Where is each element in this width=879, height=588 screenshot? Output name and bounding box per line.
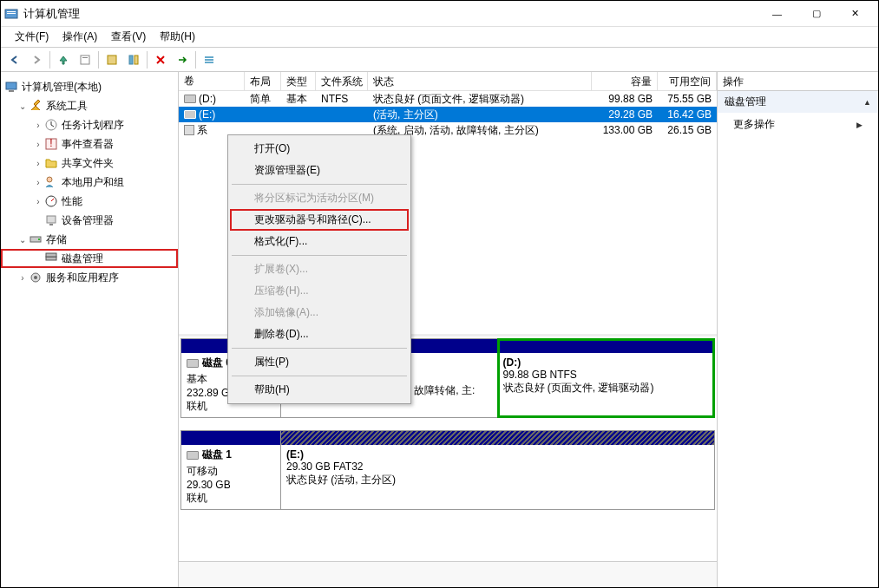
ctx-delete[interactable]: 删除卷(D)... (230, 323, 409, 345)
computer-icon (4, 80, 18, 94)
back-button[interactable] (4, 49, 25, 70)
menu-bar: 文件(F) 操作(A) 查看(V) 帮助(H) (1, 27, 878, 48)
tree-system-tools[interactable]: ⌄ 系统工具 (1, 96, 178, 115)
actions-pane: 操作 磁盘管理 ▲ 更多操作 ▶ (718, 72, 878, 587)
app-icon (4, 7, 18, 21)
device-icon (44, 213, 58, 227)
folder-icon (44, 156, 58, 170)
svg-point-25 (34, 276, 37, 279)
storage-icon (29, 232, 43, 246)
col-volume[interactable]: 卷 (179, 72, 245, 90)
expand-icon[interactable]: › (32, 159, 44, 168)
menu-view[interactable]: 查看(V) (104, 28, 153, 46)
disk-row: 磁盘 1可移动29.30 GB联机 (E:)29.30 GB FAT32状态良好… (180, 430, 715, 510)
action-more[interactable]: 更多操作 ▶ (718, 113, 878, 136)
svg-point-21 (38, 238, 40, 240)
ctx-format[interactable]: 格式化(F)... (230, 231, 409, 252)
col-layout[interactable]: 布局 (245, 72, 281, 90)
tree-disk-management[interactable]: 磁盘管理 (1, 249, 178, 268)
context-menu[interactable]: 打开(O) 资源管理器(E) 将分区标记为活动分区(M) 更改驱动器号和路径(C… (227, 134, 411, 404)
navigation-tree[interactable]: 计算机管理(本地) ⌄ 系统工具 › 任务计划程序 › ! 事件查看器 › 共享… (1, 72, 179, 587)
expand-icon[interactable]: › (32, 121, 44, 130)
view-button-2[interactable] (123, 49, 144, 70)
col-type[interactable]: 类型 (281, 72, 316, 90)
legend-bar (179, 561, 717, 587)
expand-icon[interactable]: › (32, 140, 44, 149)
minimize-button[interactable]: — (758, 1, 797, 26)
menu-help[interactable]: 帮助(H) (153, 28, 202, 46)
ctx-explorer[interactable]: 资源管理器(E) (230, 160, 409, 181)
svg-rect-3 (81, 56, 89, 64)
tree-root[interactable]: 计算机管理(本地) (1, 77, 178, 96)
properties-button[interactable] (75, 49, 95, 70)
view-button-1[interactable] (102, 49, 122, 70)
tree-services-apps[interactable]: › 服务和应用程序 (1, 268, 178, 287)
svg-rect-9 (205, 59, 213, 61)
drive-icon (184, 95, 196, 103)
svg-rect-11 (6, 82, 16, 89)
svg-point-16 (47, 177, 52, 182)
col-filesystem[interactable]: 文件系统 (316, 72, 368, 90)
ctx-extend: 扩展卷(X)... (230, 258, 409, 280)
ctx-help[interactable]: 帮助(H) (230, 379, 409, 401)
svg-rect-10 (205, 62, 213, 63)
svg-rect-8 (205, 56, 213, 58)
window-title: 计算机管理 (23, 6, 758, 22)
disk-mgmt-icon (44, 252, 58, 265)
services-icon (29, 271, 43, 284)
svg-rect-22 (46, 257, 56, 260)
ctx-properties[interactable]: 属性(P) (230, 351, 409, 373)
ctx-mark-active: 将分区标记为活动分区(M) (230, 187, 409, 209)
svg-rect-5 (108, 56, 116, 64)
tree-task-scheduler[interactable]: › 任务计划程序 (1, 115, 178, 134)
tree-performance[interactable]: › 性能 (1, 192, 178, 211)
actions-section[interactable]: 磁盘管理 ▲ (718, 91, 878, 113)
list-view-button[interactable] (199, 49, 220, 70)
ctx-open[interactable]: 打开(O) (230, 138, 409, 160)
volume-row[interactable]: (D:)简单基本NTFS状态良好 (页面文件, 逻辑驱动器)99.88 GB75… (179, 91, 717, 107)
drive-icon (184, 110, 196, 119)
svg-rect-12 (9, 90, 14, 92)
delete-button[interactable] (150, 49, 171, 70)
collapse-icon[interactable]: ⌄ (16, 101, 29, 111)
chevron-right-icon: ▶ (856, 121, 863, 129)
partition[interactable]: (E:)29.30 GB FAT32状态良好 (活动, 主分区) (281, 431, 714, 509)
volume-row[interactable]: (E:)(活动, 主分区)29.28 GB16.42 GB (179, 107, 717, 122)
tree-storage[interactable]: ⌄ 存储 (1, 230, 178, 249)
svg-rect-23 (46, 253, 56, 257)
col-capacity[interactable]: 容量 (592, 72, 658, 90)
ctx-mirror: 添加镜像(A)... (230, 302, 409, 323)
action-button[interactable] (172, 49, 193, 70)
volume-list-header: 卷 布局 类型 文件系统 状态 容量 可用空间 (179, 72, 717, 91)
svg-rect-6 (129, 56, 133, 64)
close-button[interactable]: ✕ (836, 1, 875, 26)
tree-shared-folders[interactable]: › 共享文件夹 (1, 154, 178, 173)
up-button[interactable] (53, 49, 74, 70)
disk-icon (187, 451, 199, 460)
disk-icon (187, 359, 199, 368)
menu-action[interactable]: 操作(A) (56, 28, 104, 46)
title-bar: 计算机管理 — ▢ ✕ (1, 1, 878, 27)
svg-rect-7 (134, 56, 138, 64)
disk-label[interactable]: 磁盘 1可移动29.30 GB联机 (181, 431, 281, 509)
tools-icon (29, 99, 43, 113)
svg-rect-18 (47, 216, 56, 223)
col-free[interactable]: 可用空间 (658, 72, 717, 90)
expand-icon[interactable]: › (32, 197, 44, 206)
tree-event-viewer[interactable]: › ! 事件查看器 (1, 134, 178, 154)
collapse-icon[interactable]: ▲ (863, 98, 871, 107)
partition[interactable]: (D:)99.88 GB NTFS状态良好 (页面文件, 逻辑驱动器) (498, 339, 715, 417)
expand-icon[interactable]: › (16, 273, 29, 283)
perf-icon (44, 194, 58, 208)
tree-device-manager[interactable]: 设备管理器 (1, 211, 178, 230)
ctx-change-drive-letter[interactable]: 更改驱动器号和路径(C)... (230, 209, 409, 231)
expand-icon[interactable]: › (32, 178, 44, 187)
tree-local-users[interactable]: › 本地用户和组 (1, 173, 178, 192)
collapse-icon[interactable]: ⌄ (16, 235, 29, 245)
svg-text:!: ! (49, 137, 52, 149)
forward-button[interactable] (26, 49, 47, 70)
col-status[interactable]: 状态 (368, 72, 592, 90)
menu-file[interactable]: 文件(F) (8, 28, 56, 46)
svg-rect-2 (7, 13, 16, 14)
maximize-button[interactable]: ▢ (797, 1, 836, 26)
